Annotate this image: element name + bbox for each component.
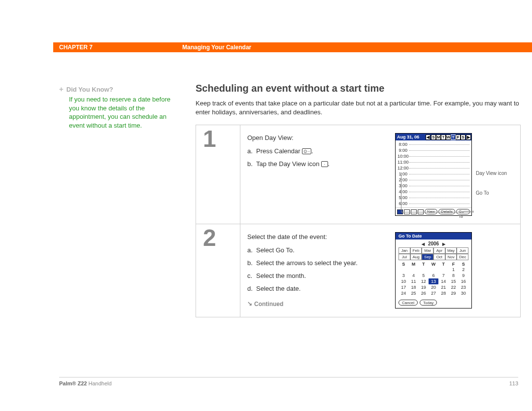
goto-date-grid: 1 2 3 4 5 6 7 8 9 (399, 267, 468, 296)
step-number: 1 (196, 125, 240, 224)
month-jun[interactable]: Jun (457, 247, 468, 254)
dayview-header: Aug 31, 06 ◀ S M T W T F S ▶ (396, 134, 471, 140)
day-s[interactable]: S (431, 135, 436, 140)
month-jul[interactable]: Jul (399, 254, 410, 260)
goto-footer: Cancel Today (396, 298, 471, 308)
prev-year-arrow-icon[interactable]: ◀ (422, 242, 425, 246)
month-feb[interactable]: Feb (410, 247, 422, 254)
dayview-week-nav: ◀ S M T W T F S ▶ (425, 134, 471, 140)
substep-d: d. Select the date. (247, 284, 389, 294)
cancel-button[interactable]: Cancel (399, 300, 418, 306)
day-s2[interactable]: S (461, 135, 466, 140)
chapter-title: Managing Your Calendar (182, 44, 251, 51)
month-sep[interactable]: Sep (422, 254, 433, 260)
substep-a: a. Select Go To. (247, 245, 389, 255)
callout-goto: Go To (476, 190, 489, 196)
page-footer: Palm® Z22 Handheld 113 (59, 377, 518, 386)
next-year-arrow-icon[interactable]: ▶ (442, 242, 445, 246)
step-1: 1 Open Day View: a. Press Calendar ⊙∙∙. … (196, 125, 520, 224)
page-header: CHAPTER 7 Managing Your Calendar (53, 42, 532, 52)
month-nov[interactable]: Nov (445, 254, 457, 260)
palm-dayview-screen: Aug 31, 06 ◀ S M T W T F S ▶ (395, 133, 472, 216)
month-apr[interactable]: Apr (433, 247, 445, 254)
prev-arrow-icon[interactable]: ◀ (426, 135, 431, 140)
substep-a: a. Press Calendar ⊙∙∙. (247, 146, 389, 156)
main-content: Scheduling an event without a start time… (196, 83, 521, 317)
goto-header: Go To Date (396, 233, 471, 240)
day-m[interactable]: M (436, 135, 441, 140)
steps-container: 1 Open Day View: a. Press Calendar ⊙∙∙. … (196, 125, 521, 317)
sidebar-did-you-know: +Did You Know? If you need to reserve a … (59, 85, 172, 130)
callout-dayview-icon: Day View icon (476, 171, 507, 176)
substep-b: b. Tap the Day View icon · . (247, 159, 389, 169)
step-text: Select the date of the event: a. Select … (247, 232, 395, 308)
dyk-label: Did You Know? (66, 86, 113, 93)
goto-dayheaders: S M T W T F S (399, 262, 468, 267)
substep-b: b. Select the arrows to select the year. (247, 258, 389, 268)
dayview-times: 8:00 9:00 10:00 11:00 12:00 1:00 2:00 3:… (396, 140, 471, 207)
dayview-date: Aug 31, 06 (396, 135, 425, 139)
month-mar[interactable]: Mar (422, 247, 433, 254)
plus-icon: + (59, 85, 64, 93)
palm-goto-screen: Go To Date ◀ 2006 ▶ Jan Feb Mar Apr (395, 232, 472, 308)
step2-figure: Go To Date ◀ 2006 ▶ Jan Feb Mar Apr (395, 232, 513, 308)
continued-indicator: ↘Continued (247, 300, 389, 309)
day-w[interactable]: W (446, 135, 451, 140)
page-title: Scheduling an event without a start time (196, 83, 521, 94)
dyk-header: +Did You Know? (59, 85, 172, 93)
goto-months: Jan Feb Mar Apr May Jun Jul Aug Sep (399, 247, 468, 260)
step-intro: Open Day View: (247, 133, 389, 143)
page-number: 113 (509, 380, 518, 386)
next-arrow-icon[interactable]: ▶ (466, 135, 471, 140)
month-aug[interactable]: Aug (410, 254, 422, 260)
month-may[interactable]: May (445, 247, 457, 254)
chapter-label: CHAPTER 7 (53, 44, 182, 51)
step-2: 2 Select the date of the event: a. Selec… (196, 224, 520, 316)
day-t2[interactable]: T (451, 135, 456, 140)
goto-year: 2006 (428, 241, 439, 246)
step-text: Open Day View: a. Press Calendar ⊙∙∙. b.… (247, 133, 395, 216)
day-view-icon: · (321, 161, 328, 167)
dayview-footer: New Details Go To (396, 207, 471, 215)
footer-brand: Palm® Z22 Handheld (59, 380, 112, 386)
substep-c: c. Select the month. (247, 271, 389, 281)
goto-year-row: ◀ 2006 ▶ (396, 240, 471, 247)
calendar-button-icon: ⊙∙∙ (302, 148, 311, 154)
day-t[interactable]: T (441, 135, 446, 140)
step-intro: Select the date of the event: (247, 232, 389, 242)
page-intro: Keep track of events that take place on … (196, 99, 521, 117)
dyk-body: If you need to reserve a date before you… (59, 95, 172, 130)
today-button[interactable]: Today (420, 300, 437, 306)
continued-arrow-icon: ↘ (247, 299, 252, 308)
day-f[interactable]: F (456, 135, 461, 140)
month-jan[interactable]: Jan (399, 247, 410, 254)
step-number: 2 (196, 224, 240, 316)
step1-figure: Aug 31, 06 ◀ S M T W T F S ▶ (395, 133, 513, 216)
month-dec[interactable]: Dec (457, 254, 468, 260)
step-body: Select the date of the event: a. Select … (240, 224, 520, 316)
month-oct[interactable]: Oct (433, 254, 445, 260)
step-body: Open Day View: a. Press Calendar ⊙∙∙. b.… (240, 125, 520, 224)
